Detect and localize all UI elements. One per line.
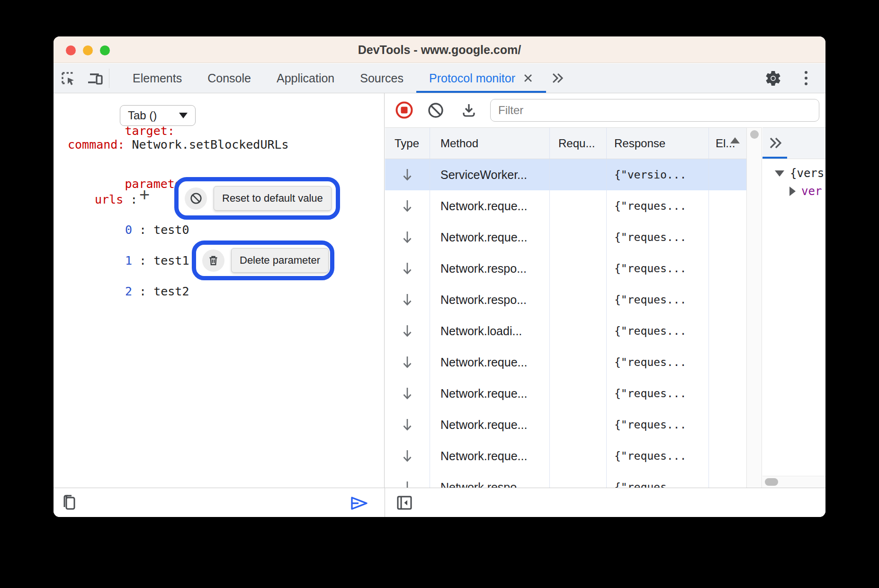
table-row[interactable]: Network.respo... {"reques... (385, 472, 746, 488)
expand-sidebar-icon[interactable] (768, 136, 783, 150)
command-row: command: Network.setBlockedURLs (68, 138, 289, 151)
type-received-icon (385, 222, 430, 253)
tree-child-row[interactable]: ver (789, 185, 822, 198)
command-value: Network.setBlockedURLs (132, 138, 288, 151)
filter-input[interactable] (490, 99, 819, 122)
url-item-2[interactable]: 2 : test2 (125, 285, 189, 298)
type-received-icon (385, 253, 430, 284)
sidebar-horizontal-scrollbar[interactable] (762, 476, 825, 488)
column-header-response[interactable]: Response (606, 128, 709, 159)
urls-label: urls (95, 193, 123, 206)
column-header-type[interactable]: Type (385, 128, 430, 159)
window-title: DevTools - www.google.com/ (54, 36, 825, 63)
toolbar-divider (109, 69, 109, 88)
more-options-menu-icon[interactable] (803, 69, 809, 87)
response-details-sidebar: {vers ver (762, 127, 825, 488)
table-row[interactable]: Network.reque... {"reques... (385, 190, 746, 222)
bottom-toolbar (54, 488, 825, 517)
copy-command-icon[interactable] (61, 494, 79, 512)
main-area: target: Tab () command: Network.setBlock… (54, 93, 825, 488)
protocol-command-editor[interactable]: target: Tab () command: Network.setBlock… (54, 93, 385, 488)
type-received-icon (385, 440, 430, 472)
table-row[interactable]: Network.loadi... {"reques... (385, 315, 746, 347)
command-label: command: (68, 138, 125, 151)
tab-console[interactable]: Console (195, 63, 264, 93)
urls-row: urls : (95, 193, 137, 206)
copy-icon (61, 494, 79, 512)
record-icon (395, 100, 414, 120)
scrollbar-thumb[interactable] (765, 478, 778, 486)
close-tab-icon[interactable] (523, 73, 533, 83)
url-item-1[interactable]: 1 : test1 (125, 254, 189, 267)
type-received-icon (385, 409, 430, 440)
collapse-panel-icon[interactable] (395, 494, 413, 512)
tab-protocol-monitor[interactable]: Protocol monitor (416, 63, 546, 93)
reset-tooltip[interactable]: Reset to default value (214, 186, 332, 211)
delete-tooltip[interactable]: Delete parameter (231, 248, 329, 273)
sort-ascending-icon (730, 137, 740, 143)
scrollbar-thumb[interactable] (750, 130, 759, 139)
column-header-method[interactable]: Method (430, 128, 549, 159)
device-toolbar-icon (87, 70, 104, 87)
collapsed-arrow-icon[interactable] (789, 187, 796, 196)
protocol-monitor-panel: Type Method Requ... Response El... Servi… (385, 93, 825, 488)
table-row[interactable]: Network.respo... {"reques... (385, 253, 746, 284)
type-received-icon (385, 159, 430, 190)
sidebar-header (762, 128, 825, 159)
send-command-icon[interactable] (348, 495, 370, 512)
table-row[interactable]: Network.respo... {"reques... (385, 284, 746, 315)
devtools-window: DevTools - www.google.com/ Elements Cons… (54, 36, 825, 517)
block-icon (189, 192, 203, 205)
record-button[interactable] (395, 100, 414, 120)
tab-application[interactable]: Application (264, 63, 347, 93)
tree-root-row[interactable]: {vers (775, 167, 824, 180)
table-row[interactable]: Network.reque... {"reques... (385, 440, 746, 472)
monitor-toolbar (385, 93, 825, 127)
table-row[interactable]: Network.reque... {"reques... (385, 409, 746, 440)
protocol-data-grid: Type Method Requ... Response El... Servi… (385, 127, 746, 488)
type-received-icon (385, 315, 430, 347)
column-header-elapsed[interactable]: El... (709, 128, 746, 159)
device-toolbar-icon[interactable] (87, 70, 104, 87)
reset-to-default-button[interactable] (185, 187, 207, 210)
tab-sources[interactable]: Sources (347, 63, 416, 93)
expanded-arrow-icon[interactable] (775, 170, 784, 177)
type-received-icon (385, 284, 430, 315)
chevron-down-icon (179, 113, 188, 118)
send-icon (348, 495, 370, 512)
grid-vertical-scrollbar[interactable] (746, 127, 762, 488)
target-select[interactable]: Tab () (120, 105, 196, 126)
type-received-icon (385, 190, 430, 222)
url-item-0[interactable]: 0 : test0 (125, 223, 189, 237)
clear-icon (427, 102, 444, 119)
reset-highlight-ring: Reset to default value (174, 177, 340, 220)
dock-left-icon (395, 494, 413, 512)
trash-icon (207, 254, 220, 267)
clear-all-button[interactable] (427, 102, 444, 119)
tabbar-right-controls (764, 63, 825, 93)
panel-divider (385, 488, 385, 517)
download-icon (460, 101, 478, 119)
sidebar-active-tab-indicator (762, 157, 787, 159)
table-row[interactable]: Network.reque... {"reques... (385, 378, 746, 409)
table-row[interactable]: Network.reque... {"reques... (385, 222, 746, 253)
add-parameter-icon[interactable]: + (139, 185, 150, 205)
save-download-button[interactable] (460, 101, 478, 119)
inspect-element-icon (60, 70, 77, 87)
inspect-element-icon[interactable] (60, 70, 77, 87)
panel-tabs: Elements Console Application Sources Pro… (120, 63, 565, 93)
settings-gear-icon[interactable] (764, 70, 782, 87)
titlebar: DevTools - www.google.com/ (54, 36, 825, 63)
tab-elements[interactable]: Elements (120, 63, 195, 93)
delete-parameter-button[interactable] (202, 249, 224, 272)
type-received-icon (385, 378, 430, 409)
table-row[interactable]: ServiceWorker... {"versio... (385, 159, 746, 190)
table-row[interactable]: Network.reque... {"reques... (385, 347, 746, 378)
delete-highlight-ring: Delete parameter (192, 241, 334, 280)
type-received-icon (385, 347, 430, 378)
devtools-tabbar: Elements Console Application Sources Pro… (54, 63, 825, 93)
column-header-request[interactable]: Requ... (549, 128, 606, 159)
more-tabs-icon[interactable] (551, 72, 565, 84)
settings-gear-icon (764, 70, 782, 87)
type-received-icon (385, 472, 430, 488)
